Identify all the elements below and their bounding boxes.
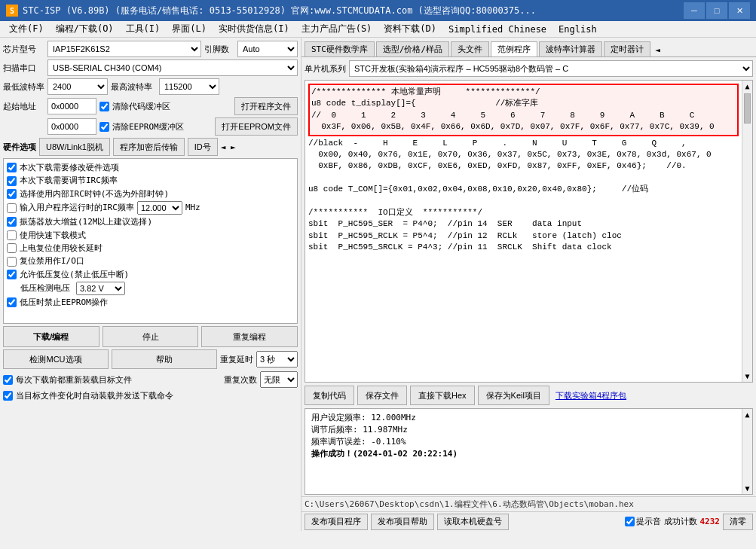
opt-check-3[interactable] (7, 203, 17, 213)
tab-timer[interactable]: 定时器计 (604, 41, 650, 56)
opt-check-1[interactable] (7, 176, 17, 186)
menu-interface[interactable]: 界面(L) (166, 21, 213, 37)
copy-code-button[interactable]: 复制代码 (305, 386, 354, 405)
menu-product[interactable]: 主力产品广告(S) (295, 21, 378, 37)
opt-check-8[interactable] (7, 270, 17, 279)
opt-check-6[interactable] (7, 243, 17, 253)
code-area[interactable]: /************** 本地常量声明 **************/ u… (305, 81, 742, 382)
code-line-0: /************** 本地常量声明 **************/ (311, 87, 736, 98)
code-line-6: 0xBF, 0x86, 0xDB, 0xCF, 0xE6, 0xED, 0xFD… (308, 160, 739, 172)
menu-supply[interactable]: 实时供货信息(I) (213, 21, 295, 37)
minimize-button[interactable]: ─ (684, 2, 705, 19)
scan-label: 扫描串口 (3, 63, 44, 74)
help-button[interactable]: 帮助 (112, 349, 217, 369)
opt-4: 振荡器放大增益(12M以上建议选择) (7, 216, 294, 227)
menu-program[interactable]: 编程/下载(O) (50, 21, 120, 37)
hw-arrow[interactable]: ◄ ► (221, 142, 236, 152)
right-panel: STC硬件数学库 选型/价格/样品 头文件 范例程序 波特率计算器 定时器计 ◄… (301, 38, 756, 531)
save-file-button[interactable]: 保存文件 (357, 386, 407, 405)
irc-freq-select[interactable]: 12.000 (137, 201, 182, 215)
start-addr-label: 起始地址 (3, 101, 44, 112)
opt-check-5[interactable] (7, 230, 17, 240)
tip-check[interactable] (625, 517, 635, 526)
tab-selection[interactable]: 选型/价格/样品 (376, 41, 449, 56)
baud-row: 最低波特率 2400 最高波特率 115200 (3, 78, 298, 95)
delay-select[interactable]: 3 秒 (256, 351, 298, 368)
code-line-11: sbit P_HC595_SER = P4^0; //pin 14 SER da… (308, 218, 739, 230)
scan-select[interactable]: USB-SERIAL CH340 (COM4) (47, 59, 298, 76)
code-line-9 (308, 196, 739, 207)
series-row: 单片机系列 STC开发板(实验箱4)演示程序 – HC595驱动8个数码管 – … (301, 57, 756, 80)
opt-check-2[interactable] (7, 189, 17, 199)
read-disk-button[interactable]: 读取本机硬盘号 (437, 514, 509, 530)
opt-3: 输入用户程序运行时的IRC频率 12.000 MHz (7, 201, 294, 215)
maximize-button[interactable]: □ (706, 2, 727, 19)
tab-examples[interactable]: 范例程序 (491, 41, 537, 56)
scroll-down[interactable]: ▼ (742, 371, 752, 382)
open-prog-button[interactable]: 打开程序文件 (234, 97, 298, 115)
tab-more[interactable]: ◄ (652, 44, 663, 56)
output-scroll-down[interactable]: ▼ (742, 483, 752, 494)
open-eeprom-button[interactable]: 打开EEPROM文件 (215, 117, 298, 136)
output-container: 用户设定频率: 12.000MHz 调节后频率: 11.987MHz 频率调节误… (305, 408, 753, 495)
title-text: STC-ISP (V6.89B) (服务电话/销售电话: 0513-550129… (23, 5, 536, 17)
max-baud-select[interactable]: 115200 (159, 78, 219, 95)
menu-simplified[interactable]: Simplified Chinese (442, 23, 552, 36)
menu-english[interactable]: English (552, 23, 603, 36)
clear-eeprom-check[interactable] (99, 122, 109, 132)
publish-prog-button[interactable]: 发布项目程序 (305, 514, 368, 530)
scroll-up[interactable]: ▲ (742, 81, 752, 92)
delay-label: 重复延时 (220, 354, 253, 365)
hw-btn3[interactable]: ID号 (188, 138, 218, 156)
opt-5: 使用快速下载模式 (7, 230, 294, 241)
file-path-bar: C:\Users\26067\Desktop\csdn\1.编程文件\6.动态数… (301, 496, 756, 511)
chip-select[interactable]: IAP15F2K61S2 (47, 41, 201, 57)
opt-check-10[interactable] (7, 297, 17, 307)
tab-stc-math[interactable]: STC硬件数学库 (305, 41, 375, 56)
save-keil-button[interactable]: 保存为Keil项目 (478, 386, 549, 405)
opt-label-6: 上电复位使用较长延时 (20, 242, 103, 254)
reload-check[interactable] (3, 375, 13, 385)
opt-check-0[interactable] (7, 163, 17, 172)
reprogram-button[interactable]: 重复编程 (201, 326, 298, 347)
menu-file[interactable]: 文件(F) (3, 21, 50, 37)
opt-0: 本次下载需要修改硬件选项 (7, 162, 294, 173)
hw-btn1[interactable]: U8W/Link1脱机 (39, 138, 110, 156)
output-line-2: 频率调节误差: -0.110% (311, 436, 736, 447)
hw-btn2[interactable]: 程序加密后传输 (113, 138, 185, 156)
opt-10: 低压时禁止EEPROM操作 (7, 297, 294, 308)
download-hex-button[interactable]: 直接下载Hex (410, 386, 475, 405)
file-path-text: C:\Users\26067\Desktop\csdn\1.编程文件\6.动态数… (305, 499, 634, 509)
scroll-thumb[interactable] (744, 93, 751, 124)
output-line-4: 操作成功！(2024-01-02 20:22:14) (311, 448, 736, 459)
menu-tools[interactable]: 工具(I) (120, 21, 167, 37)
repeat-label: 重复次数 (224, 374, 257, 386)
tab-baud-calc[interactable]: 波特率计算器 (539, 41, 602, 56)
series-select[interactable]: STC开发板(实验箱4)演示程序 – HC595驱动8个数码管 – C (349, 60, 753, 77)
addr2-input[interactable] (47, 118, 96, 135)
scroll-track (742, 92, 752, 371)
addr1-input[interactable] (47, 98, 96, 114)
pin-select[interactable]: Auto (237, 41, 298, 57)
download-pack-link[interactable]: 下载实验箱4程序包 (552, 386, 629, 405)
opt-check-7[interactable] (7, 257, 17, 267)
output-scroll-up[interactable]: ▲ (742, 409, 752, 420)
code-line-3: 0x3F, 0x06, 0x5B, 0x4F, 0x66, 0x6D, 0x7D… (311, 121, 736, 133)
close-button[interactable]: ✕ (729, 2, 750, 19)
clear-button[interactable]: 清零 (723, 514, 753, 530)
stop-button[interactable]: 停止 (103, 326, 199, 347)
tab-headers[interactable]: 头文件 (451, 41, 489, 56)
detect-button[interactable]: 检测MCU选项 (3, 349, 109, 369)
publish-help-button[interactable]: 发布项目帮助 (371, 514, 434, 530)
menu-download[interactable]: 资料下载(D) (378, 21, 442, 37)
code-scrollbar[interactable]: ▲ ▼ (742, 81, 752, 382)
opt-check-4[interactable] (7, 217, 17, 227)
voltage-select[interactable]: 3.82 V (76, 282, 125, 295)
output-scrollbar[interactable]: ▲ ▼ (742, 409, 752, 494)
min-baud-select[interactable]: 2400 (47, 78, 108, 95)
repeat-select[interactable]: 无限 (260, 371, 298, 388)
auto-check[interactable] (3, 391, 13, 401)
download-button[interactable]: 下载/编程 (3, 326, 99, 347)
addr1-row: 起始地址 清除代码缓冲区 打开程序文件 (3, 97, 298, 115)
clear-code-check[interactable] (99, 102, 109, 111)
